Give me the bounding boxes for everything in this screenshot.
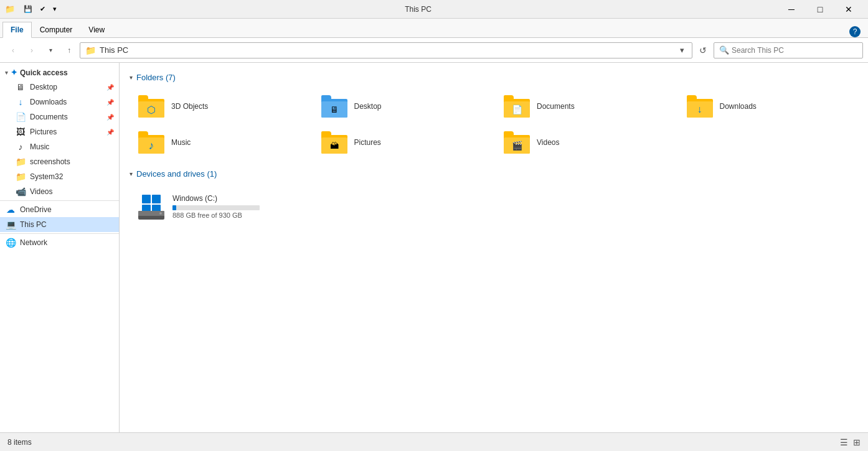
main-layout: ▾ ✦ Quick access 🖥 Desktop 📌 ↓ Downloads…: [0, 63, 868, 432]
sidebar-item-desktop[interactable]: 🖥 Desktop 📌: [0, 80, 119, 95]
item-count: 8 items: [7, 438, 32, 447]
qat-dropdown-btn[interactable]: ▾: [50, 4, 59, 14]
svg-rect-1: [152, 195, 161, 203]
sidebar-item-downloads-label: Downloads: [30, 98, 67, 106]
search-icon: 🔍: [719, 45, 729, 55]
status-bar: 8 items ☰ ⊞: [0, 432, 868, 451]
refresh-btn[interactable]: ↺: [695, 42, 711, 58]
device-item-c[interactable]: Windows (C:) 888 GB free of 930 GB: [130, 186, 310, 227]
folder-icon-3dobjects: [136, 94, 166, 119]
close-btn[interactable]: ✕: [834, 0, 863, 19]
folders-section-header[interactable]: ▾ Folders (7): [130, 73, 858, 82]
sidebar-item-videos[interactable]: 📹 Videos: [0, 184, 119, 199]
sidebar-item-network[interactable]: 🌐 Network: [0, 235, 119, 250]
thispc-icon: 💻: [5, 220, 16, 230]
devices-section-label: Devices and drives (1): [136, 169, 217, 179]
sidebar-item-desktop-label: Desktop: [30, 83, 57, 91]
sidebar: ▾ ✦ Quick access 🖥 Desktop 📌 ↓ Downloads…: [0, 63, 120, 432]
folder-item-documents[interactable]: Documents: [495, 90, 676, 123]
content-area: ▾ Folders (7) 3D Objects Desktop: [120, 63, 868, 432]
devices-toggle-icon: ▾: [130, 170, 133, 177]
title-bar: 📁 💾 ✔ ▾ This PC ─ □ ✕: [0, 0, 868, 19]
folder-item-3dobjects[interactable]: 3D Objects: [130, 90, 310, 123]
folder-item-music[interactable]: Music: [130, 126, 310, 159]
up-btn[interactable]: ↑: [61, 42, 77, 58]
downloads-icon: ↓: [15, 97, 26, 107]
network-icon: 🌐: [5, 238, 16, 248]
tab-file[interactable]: File: [2, 22, 32, 38]
documents-icon: 📄: [15, 112, 26, 122]
help-btn[interactable]: ?: [849, 26, 861, 37]
folder-item-desktop[interactable]: Desktop: [313, 90, 493, 123]
drive-space-c: 888 GB free of 930 GB: [172, 212, 303, 219]
search-box[interactable]: 🔍: [714, 42, 863, 58]
forward-btn[interactable]: ›: [24, 42, 40, 58]
folders-grid: 3D Objects Desktop Documents: [130, 90, 858, 159]
folder-name-music: Music: [171, 138, 191, 147]
folder-icon-desktop: [319, 94, 349, 119]
ribbon-tabs: File Computer View ?: [0, 19, 868, 37]
folder-name-downloads: Downloads: [720, 102, 757, 111]
path-folder-icon: 📁: [85, 45, 96, 55]
window-title: This PC: [59, 5, 777, 14]
pin-icon-documents: 📌: [106, 114, 114, 121]
pin-icon-downloads: 📌: [106, 99, 114, 106]
sidebar-divider-1: [0, 200, 119, 201]
tab-computer[interactable]: Computer: [32, 21, 81, 37]
sidebar-item-onedrive[interactable]: ☁ OneDrive: [0, 202, 119, 217]
folder-icon-music: [136, 130, 166, 155]
folder-name-videos: Videos: [537, 138, 559, 147]
sidebar-item-documents[interactable]: 📄 Documents 📌: [0, 109, 119, 124]
qat-save-btn[interactable]: 💾: [21, 4, 35, 14]
qat-undo-btn[interactable]: ✔: [37, 4, 48, 14]
folders-toggle-icon: ▾: [130, 74, 133, 81]
status-bar-right[interactable]: ☰ ⊞: [840, 437, 861, 447]
sidebar-item-pictures[interactable]: 🖼 Pictures 📌: [0, 124, 119, 139]
folder-icon-downloads: [685, 94, 715, 119]
address-path-bar[interactable]: 📁 This PC ▾: [80, 42, 692, 58]
folder-item-videos[interactable]: Videos: [495, 126, 676, 159]
view-large-icon[interactable]: ⊞: [853, 437, 861, 447]
folder-item-pictures[interactable]: Pictures: [313, 126, 493, 159]
minimize-btn[interactable]: ─: [777, 0, 806, 19]
sidebar-item-videos-label: Videos: [30, 187, 52, 196]
sidebar-quick-access-header[interactable]: ▾ ✦ Quick access: [0, 65, 119, 80]
maximize-btn[interactable]: □: [806, 0, 834, 19]
path-text: This PC: [100, 45, 128, 55]
sidebar-item-music[interactable]: ♪ Music: [0, 139, 119, 154]
devices-grid: Windows (C:) 888 GB free of 930 GB: [130, 186, 858, 227]
sidebar-item-thispc[interactable]: 💻 This PC: [0, 217, 119, 232]
dropdown-btn[interactable]: ▾: [42, 42, 59, 58]
videos-sidebar-icon: 📹: [15, 187, 26, 197]
onedrive-icon: ☁: [5, 205, 16, 215]
sidebar-item-system32-label: System32: [30, 172, 63, 181]
folders-section-label: Folders (7): [136, 73, 176, 82]
sidebar-item-music-label: Music: [30, 142, 49, 151]
sidebar-item-downloads[interactable]: ↓ Downloads 📌: [0, 95, 119, 109]
tab-view[interactable]: View: [80, 21, 113, 37]
pin-icon-pictures: 📌: [106, 129, 114, 136]
sidebar-network-label: Network: [20, 238, 47, 247]
svg-point-6: [159, 212, 162, 215]
pin-icon-desktop: 📌: [106, 84, 114, 91]
back-btn[interactable]: ‹: [5, 42, 21, 58]
screenshots-icon: 📁: [15, 157, 26, 167]
path-dropdown-btn[interactable]: ▾: [677, 45, 687, 55]
star-icon: ✦: [11, 68, 17, 77]
sidebar-item-pictures-label: Pictures: [30, 128, 57, 136]
desktop-icon: 🖥: [15, 82, 26, 92]
window-controls[interactable]: ─ □ ✕: [777, 0, 863, 19]
quick-access-toolbar[interactable]: 📁 💾 ✔ ▾: [5, 4, 59, 14]
chevron-icon: ▾: [5, 70, 8, 76]
sidebar-item-screenshots[interactable]: 📁 screenshots: [0, 154, 119, 169]
device-name-c: Windows (C:): [172, 194, 303, 203]
view-details-icon[interactable]: ☰: [840, 437, 848, 447]
folder-name-3dobjects: 3D Objects: [171, 102, 208, 111]
ribbon-help[interactable]: ?: [849, 26, 866, 37]
folder-item-downloads[interactable]: Downloads: [678, 90, 859, 123]
folder-icon-documents: [502, 94, 532, 119]
quick-access-label: Quick access: [20, 68, 68, 77]
sidebar-item-system32[interactable]: 📁 System32: [0, 169, 119, 184]
devices-section-header[interactable]: ▾ Devices and drives (1): [130, 169, 858, 179]
search-input[interactable]: [732, 46, 857, 55]
